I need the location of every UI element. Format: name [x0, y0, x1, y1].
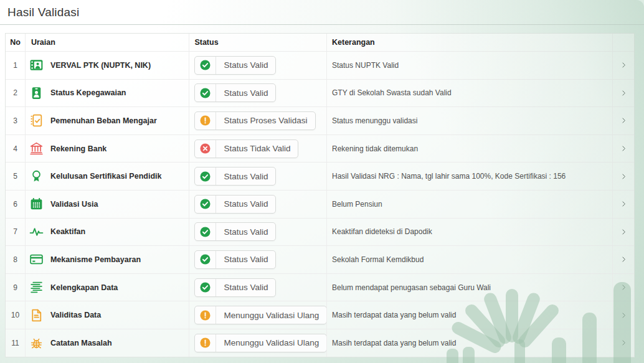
calendar-icon	[29, 196, 45, 212]
credit-card-icon	[29, 252, 45, 268]
status-badge: Status Valid	[194, 278, 276, 297]
uraian-label: Kelengkapan Data	[50, 283, 118, 292]
status-badge: Status Valid	[194, 250, 276, 269]
status-label: Menunggu Validasi Ulang	[216, 311, 326, 320]
row-detail-button[interactable]	[613, 246, 634, 273]
row-detail-button[interactable]	[613, 191, 634, 218]
status-label: Status Valid	[216, 60, 275, 70]
table-body: 1 VERVAL PTK (NUPTK, NIK) Status Valid S…	[6, 51, 634, 357]
row-detail-button[interactable]	[613, 80, 634, 107]
uraian-label: Validitas Data	[50, 311, 101, 319]
medal-icon	[29, 168, 45, 184]
validation-table: No Uraian Status Keterangan 1 VERVAL PTK…	[5, 33, 635, 357]
row-detail-button[interactable]	[613, 219, 634, 246]
check-circle-icon	[195, 251, 216, 268]
table-row[interactable]: 3 Pemenuhan Beban Mengajar Status Proses…	[6, 106, 634, 134]
status-label: Status Tidak Valid	[216, 144, 298, 153]
chevron-right-icon	[620, 311, 628, 319]
table-row[interactable]: 5 Kelulusan Sertifikasi Pendidik Status …	[6, 162, 634, 190]
chevron-right-icon	[620, 228, 628, 236]
check-circle-icon	[195, 167, 216, 185]
table-row[interactable]: 7 Keaktifan Status Valid Keaktifan didet…	[6, 218, 634, 246]
pulse-icon	[29, 224, 45, 240]
row-detail-button[interactable]	[613, 274, 634, 301]
uraian-label: Status Kepegawaian	[50, 88, 126, 97]
id-card-icon	[29, 57, 45, 73]
keterangan-text: Hasil Validasi NRG : Nama, tgl lahir sam…	[327, 163, 613, 190]
keterangan-text: Belum mendapat penugasan sebagai Guru Wa…	[327, 274, 613, 301]
keterangan-text: Status NUPTK Valid	[327, 52, 613, 79]
column-header-actions	[613, 34, 634, 51]
keterangan-text: Belum Pensiun	[327, 191, 613, 218]
uraian-label: VERVAL PTK (NUPTK, NIK)	[50, 61, 151, 70]
check-circle-icon	[195, 279, 216, 296]
row-number: 4	[6, 135, 26, 163]
status-badge: Menunggu Validasi Ulang	[194, 334, 327, 352]
row-detail-button[interactable]	[613, 52, 634, 79]
document-icon	[29, 307, 45, 323]
status-badge: Status Proses Validasi	[194, 111, 315, 130]
row-number: 2	[6, 80, 26, 107]
list-lines-icon	[29, 280, 45, 296]
check-circle-icon	[195, 196, 216, 213]
status-badge: Status Tidak Valid	[194, 139, 298, 158]
table-row[interactable]: 2 Status Kepegawaian Status Valid GTY di…	[6, 79, 634, 107]
row-number: 5	[6, 163, 26, 190]
row-number: 9	[6, 274, 26, 301]
table-row[interactable]: 1 VERVAL PTK (NUPTK, NIK) Status Valid S…	[6, 51, 634, 79]
status-badge: Status Valid	[194, 195, 276, 214]
row-detail-button[interactable]	[613, 329, 634, 357]
uraian-label: Pemenuhan Beban Mengajar	[50, 116, 157, 125]
chevron-right-icon	[620, 61, 628, 69]
status-label: Status Valid	[216, 227, 275, 237]
status-badge: Status Valid	[194, 167, 276, 186]
row-number: 3	[6, 107, 26, 134]
chevron-right-icon	[620, 200, 628, 208]
table-row[interactable]: 9 Kelengkapan Data Status Valid Belum me…	[6, 273, 634, 301]
row-number: 10	[6, 301, 26, 329]
row-detail-button[interactable]	[613, 107, 634, 134]
check-circle-icon	[195, 84, 216, 101]
badge-person-icon	[29, 85, 45, 101]
checklist-icon	[29, 113, 45, 129]
status-badge: Status Valid	[194, 83, 276, 102]
keterangan-text: Rekening tidak ditemukan	[327, 135, 613, 163]
status-badge: Status Valid	[194, 56, 276, 75]
keterangan-text: Masih terdapat data yang belum valid	[327, 301, 613, 329]
row-number: 11	[6, 329, 26, 357]
check-circle-icon	[195, 57, 216, 74]
chevron-right-icon	[620, 255, 628, 263]
table-row[interactable]: 8 Mekanisme Pembayaran Status Valid Seko…	[6, 245, 634, 273]
uraian-label: Validasi Usia	[50, 200, 98, 209]
keterangan-text: Masih terdapat data yang belum valid	[327, 329, 613, 357]
uraian-label: Kelulusan Sertifikasi Pendidik	[50, 172, 162, 181]
table-row[interactable]: 11 Catatan Masalah Menunggu Validasi Ula…	[6, 329, 634, 357]
status-label: Status Valid	[216, 172, 275, 181]
row-detail-button[interactable]	[613, 301, 634, 329]
row-number: 8	[6, 246, 26, 273]
keterangan-text: Keaktifan dideteksi di Dapodik	[327, 219, 613, 246]
table-row[interactable]: 10 Validitas Data Menunggu Validasi Ulan…	[6, 301, 634, 329]
row-detail-button[interactable]	[613, 135, 634, 163]
keterangan-text: Sekolah Formal Kemdikbud	[327, 246, 613, 273]
chevron-right-icon	[620, 89, 628, 97]
column-header-status: Status	[189, 34, 327, 51]
table-row[interactable]: 4 Rekening Bank Status Tidak Valid Reken…	[6, 134, 634, 163]
uraian-label: Mekanisme Pembayaran	[50, 255, 141, 264]
row-number: 1	[6, 52, 26, 79]
exclamation-circle-icon	[195, 112, 216, 130]
table-row[interactable]: 6 Validasi Usia Status Valid Belum Pensi…	[6, 190, 634, 218]
exclamation-circle-icon	[195, 334, 216, 352]
column-header-keterangan: Keterangan	[327, 34, 613, 51]
x-circle-icon	[195, 140, 216, 158]
chevron-right-icon	[620, 144, 628, 153]
column-header-uraian: Uraian	[26, 34, 189, 51]
status-badge: Menunggu Validasi Ulang	[194, 306, 327, 324]
row-detail-button[interactable]	[613, 163, 634, 190]
status-label: Status Valid	[216, 283, 275, 292]
status-label: Status Valid	[216, 88, 275, 98]
chevron-right-icon	[620, 339, 628, 347]
uraian-label: Keaktifan	[50, 227, 85, 236]
row-number: 6	[6, 191, 26, 218]
chevron-right-icon	[620, 116, 628, 125]
